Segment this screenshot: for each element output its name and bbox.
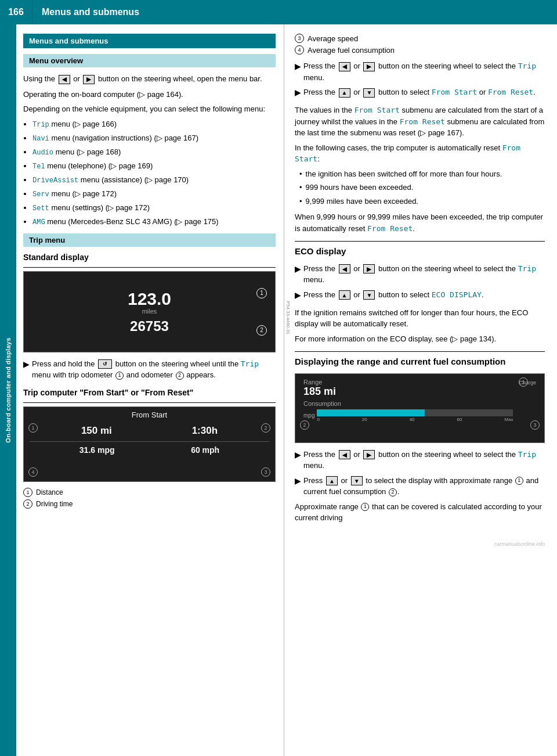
fs-badge-3: 3 bbox=[261, 467, 270, 477]
right-arrow2: ▶ Press the ▲ or ▼ button to select From… bbox=[295, 87, 545, 99]
left-arrow-btn3: ◀ bbox=[339, 264, 350, 273]
auto-reset-text: In the following cases, the trip compute… bbox=[295, 142, 545, 165]
list-item: Trip menu (▷ page 166) bbox=[32, 118, 276, 130]
list-item: AMG menu (Mercedes-Benz SLC 43 AMG) (▷ p… bbox=[32, 216, 276, 228]
range-approx-text: Approximate range 1 that can be covered … bbox=[295, 501, 545, 524]
from-start-info: The values in the From Start submenu are… bbox=[295, 105, 545, 139]
list-item: DriveAssist menu (assistance) (▷ page 17… bbox=[32, 174, 276, 186]
item-3-row: 3 Average speed bbox=[295, 34, 545, 43]
depending-text: Depending on the vehicle equipment, you … bbox=[23, 103, 276, 115]
eco-info-2: For more information on the ECO display,… bbox=[295, 333, 545, 345]
fs-badge-1: 1 bbox=[28, 423, 38, 433]
list-item: Serv menu (▷ page 172) bbox=[32, 188, 276, 200]
badge-2: 2 bbox=[256, 325, 267, 336]
caption-1-row: 1 Distance bbox=[23, 488, 276, 497]
standard-display-divider bbox=[23, 267, 276, 268]
down-arrow-btn3: ▼ bbox=[351, 476, 363, 485]
trip-computer-divider bbox=[23, 402, 276, 403]
down-arrow-btn: ▼ bbox=[363, 88, 375, 98]
eco-info-1: If the ignition remains switched off for… bbox=[295, 307, 545, 330]
eco-display-divider bbox=[295, 241, 545, 242]
fs-badge-4: 4 bbox=[28, 467, 38, 477]
down-arrow-btn2: ▼ bbox=[363, 290, 375, 300]
range-display-image: Range 185 mi Consumption mpg 0204060Max bbox=[295, 373, 545, 443]
page-title: Menus and submenus bbox=[32, 7, 139, 17]
range-arrow2: ▶ Press ▲ or ▼ to select the display wit… bbox=[295, 475, 545, 498]
trip-computer-header: Trip computer "From Start" or "From Rese… bbox=[23, 387, 276, 399]
range-badge-1: 1 bbox=[519, 377, 528, 387]
operating-text: Operating the on-board computer (▷ page … bbox=[23, 89, 276, 100]
subsection-header-menu-overview: Menu overview bbox=[23, 54, 276, 67]
reset-btn-icon: ↺ bbox=[98, 359, 112, 369]
exceeded-text: When 9,999 hours or 99,999 miles have be… bbox=[295, 211, 545, 234]
footer-watermark: carmanualsonline.info bbox=[295, 541, 545, 547]
side-tab-label: On-board computer and displays bbox=[5, 337, 12, 442]
item-4-row: 4 Average fuel consumption bbox=[295, 45, 545, 55]
right-arrow1: ▶ Press the ◀ or ▶ button on the steerin… bbox=[295, 60, 545, 83]
range-badge-2: 2 bbox=[300, 420, 309, 430]
list-item: Audio menu (▷ page 168) bbox=[32, 146, 276, 158]
list-item: Sett menu (settings) (▷ page 172) bbox=[32, 202, 276, 214]
up-arrow-btn3: ▲ bbox=[326, 476, 338, 485]
standard-display-label: Standard display bbox=[23, 251, 276, 264]
up-arrow-btn2: ▲ bbox=[339, 290, 350, 300]
right-column: 3 Average speed 4 Average fuel consumpti… bbox=[284, 24, 554, 756]
list-item: Navi menu (navigation instructions) (▷ p… bbox=[32, 132, 276, 144]
right-arrow-btn4: ▶ bbox=[363, 450, 375, 459]
left-column: Menus and submenus Menu overview Using t… bbox=[16, 24, 284, 756]
press-hold-instruction: ▶ Press and hold the ↺ button on the ste… bbox=[23, 358, 276, 381]
range-arrow1: ▶ Press the ◀ or ▶ button on the steerin… bbox=[295, 449, 545, 471]
from-start-display-image: From Start 1 2 150 mi 1:30h 31.6 mpg 60 … bbox=[23, 406, 276, 482]
right-arrow-btn2: ▶ bbox=[363, 62, 375, 71]
image-ref-std: P54.33-4490-31 bbox=[285, 301, 291, 334]
fs-badge-2: 2 bbox=[261, 423, 270, 433]
left-arrow-btn2: ◀ bbox=[339, 62, 350, 71]
list-item: Tel menu (telephone) (▷ page 169) bbox=[32, 160, 276, 172]
bullet-item-1: •the ignition has been switched off for … bbox=[299, 168, 545, 180]
left-arrow-btn: ◀ bbox=[59, 75, 70, 84]
intro-paragraph: Using the ◀ or ▶ button on the steering … bbox=[23, 73, 276, 85]
range-header: Displaying the range and current fuel co… bbox=[295, 355, 545, 369]
right-arrow-btn3: ▶ bbox=[363, 264, 375, 273]
menu-items-list: Trip menu (▷ page 166) Navi menu (naviga… bbox=[32, 118, 276, 228]
left-arrow-btn4: ◀ bbox=[339, 450, 350, 459]
range-divider bbox=[295, 351, 545, 352]
eco-display-header: ECO display bbox=[295, 245, 545, 258]
eco-arrow2: ▶ Press the ▲ or ▼ button to select ECO … bbox=[295, 289, 545, 301]
right-arrow-btn: ▶ bbox=[83, 75, 95, 84]
badge-1: 1 bbox=[256, 288, 267, 298]
caption-2-row: 2 Driving time bbox=[23, 499, 276, 509]
bullet-item-2: •999 hours have been exceeded. bbox=[299, 182, 545, 193]
standard-display-image: 123.0 miles 26753 1 2 P54.33-4490-31 bbox=[23, 271, 276, 352]
section-header-menus: Menus and submenus bbox=[23, 34, 276, 48]
page-number: 166 bbox=[0, 0, 32, 24]
up-arrow-btn: ▲ bbox=[339, 88, 350, 98]
side-tab: On-board computer and displays bbox=[0, 24, 16, 756]
range-badge-3: 3 bbox=[530, 420, 540, 430]
bullet-item-3: •9,999 miles have been exceeded. bbox=[299, 196, 545, 207]
eco-arrow1: ▶ Press the ◀ or ▶ button on the steerin… bbox=[295, 263, 545, 286]
trip-menu-header: Trip menu bbox=[23, 233, 276, 247]
